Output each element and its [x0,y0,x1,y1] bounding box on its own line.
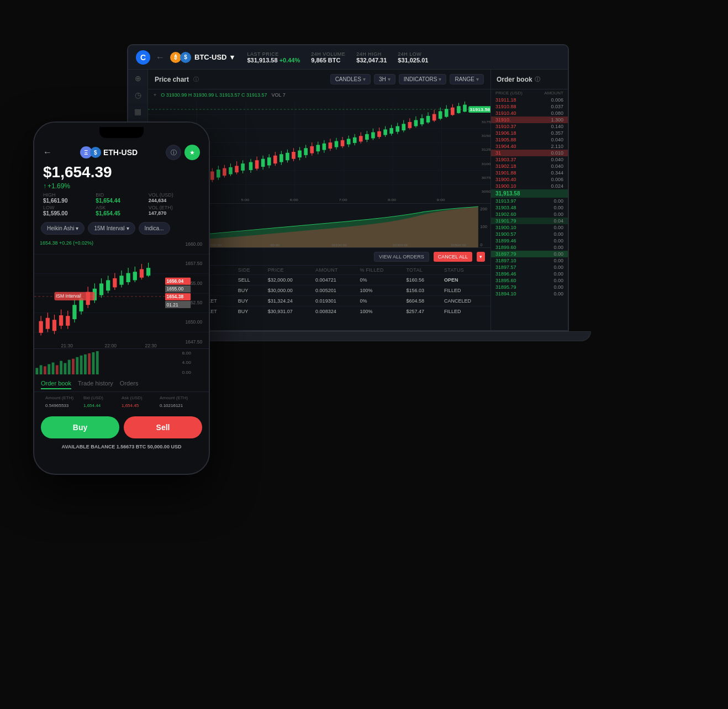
svg-rect-120 [451,108,455,115]
svg-text:32500.00: 32500.00 [451,243,466,247]
svg-text:32300.00: 32300.00 [393,243,408,247]
ob-sell-row: 31910.880.037 [491,103,568,110]
svg-text:100: 100 [480,225,487,229]
phone-info-button[interactable]: ⓘ [166,145,181,160]
phone-chart-label: 1654.38 +0.26 (+0.02%) [40,240,93,246]
orders-actions: VIEW ALL ORDERS CANCEL ALL ▾ [374,252,485,262]
svg-rect-66 [286,153,289,161]
svg-rect-112 [426,116,430,123]
ob-sell-row: 31910.370.140 [491,123,568,130]
svg-text:31750: 31750 [481,120,490,123]
svg-text:200: 200 [480,207,487,211]
phone-stat-high: HIGH $1,661.90 [43,192,94,204]
chart-title: Price chart [155,76,189,83]
svg-text:31000: 31000 [481,162,490,166]
svg-rect-149 [39,321,43,333]
phone-stat-ask: ASK $1,654.45 [96,205,147,216]
ob-sell-row: 31903.370.040 [491,156,568,163]
svg-text:8.00: 8.00 [182,351,191,356]
view-all-orders-button[interactable]: VIEW ALL ORDERS [374,252,429,262]
svg-rect-104 [402,124,405,130]
orders-dropdown-button[interactable]: ▾ [477,252,485,262]
chart-header: Price chart ⓘ CANDLES ▾ 3H ▾ [148,70,490,89]
svg-rect-207 [80,356,83,374]
buy-button[interactable]: Buy [41,416,119,438]
ob-buy-row: 31899.460.00 [491,237,568,244]
candles-button[interactable]: CANDLES ▾ [330,74,371,84]
market-stats: LAST PRICE $31,913.58 +0.44% 24H VOLUME … [247,51,429,64]
svg-rect-88 [353,137,357,143]
svg-text:4.00: 4.00 [182,361,191,365]
high-stat: 24H HIGH $32,047.31 [356,51,387,64]
svg-text:9:00: 9:00 [437,198,445,202]
ob-mid-price: 31,913.58 [491,189,568,198]
clock-icon[interactable]: ◷ [135,91,141,99]
tab-trade-history[interactable]: Trade history [78,378,113,389]
phone-back-button[interactable]: ← [43,147,52,157]
bars-icon[interactable]: ▦ [134,107,141,116]
phone-stat-vol-usd: VOL (USD) 244,634 [149,192,200,204]
ob-sell-row: 31906.180.357 [491,130,568,136]
svg-rect-72 [304,148,308,155]
heikin-ashi-button[interactable]: Heikin Ashi ▾ [41,222,85,235]
phone-price: $1,654.39 [34,162,209,182]
phone-action-buttons: Buy Sell [34,412,209,443]
tab-orders[interactable]: Orders [120,378,139,389]
chart-icon[interactable]: ⊕ [135,74,141,83]
back-button[interactable]: ← [156,52,165,62]
svg-text:32100.00: 32100.00 [331,243,347,247]
svg-rect-58 [261,159,265,167]
interval-chevron: ▾ [126,225,129,231]
indicators-button[interactable]: INDICATORS ▾ [399,74,447,84]
phone-ob-header-row: Amount (ETH) Bid (USD) Ask (USD) Amount … [40,394,203,401]
phone-change-arrow: ↑ [43,182,46,190]
cancel-all-button[interactable]: CANCEL ALL [434,252,472,262]
indicators-phone-button[interactable]: Indica... [139,222,170,235]
svg-rect-203 [64,363,66,374]
svg-rect-159 [72,305,76,319]
svg-text:0: 0 [480,242,482,247]
svg-rect-78 [323,144,326,150]
sell-button[interactable]: Sell [124,416,202,438]
svg-rect-167 [99,283,103,295]
svg-text:5:00: 5:00 [241,198,249,202]
phone-star-button[interactable]: ★ [184,145,200,160]
svg-text:01.21: 01.21 [166,302,178,308]
svg-text:8:00: 8:00 [388,198,396,202]
svg-text:6:00: 6:00 [290,198,298,202]
chart-info-icon[interactable]: ⓘ [193,76,199,83]
svg-text:31250: 31250 [481,148,490,151]
ob-sell-row: 31911.180.006 [491,97,568,103]
svg-rect-68 [292,152,296,159]
ob-sell-row-highlight: 31910.1.300 [491,117,568,123]
svg-rect-106 [408,122,412,128]
ob-buy-row: 31895.790.00 [491,284,568,290]
order-book-title: Order book ⓘ [491,70,568,89]
ob-sell-row: 31902.180.040 [491,163,568,170]
svg-rect-82 [335,141,339,147]
interval-button[interactable]: 15M Interval ▾ [88,222,135,235]
phone-tabs: Order book Trade history Orders [34,376,209,392]
svg-rect-48 [229,167,233,174]
svg-rect-192 [146,268,150,276]
ob-sell-row: 31901.880.344 [491,170,568,176]
ob-sell-row: 31905.880.040 [491,136,568,143]
svg-text:21:30: 21:30 [61,343,73,348]
svg-rect-110 [420,118,424,124]
svg-rect-190 [140,269,144,277]
svg-rect-46 [223,168,226,176]
ob-buy-row: 31903.480.00 [491,204,568,211]
btc-icon: ₿ [170,52,181,63]
tab-order-book[interactable]: Order book [41,378,71,389]
svg-rect-64 [279,154,283,162]
svg-text:1660.00: 1660.00 [185,241,202,247]
ob-sell-row: 31900.100.024 [491,183,568,189]
svg-rect-118 [445,109,449,117]
svg-rect-157 [66,316,70,326]
ob-buy-row: 31895.600.00 [491,277,568,284]
ob-buy-row: 31900.100.00 [491,224,568,231]
ohlc-bar: + O 31930.99 H 31930.99 L 31913.57 C 319… [148,89,490,100]
range-button[interactable]: RANGE ▾ [450,74,484,84]
interval-button[interactable]: 3H ▾ [374,74,395,84]
pair-selector[interactable]: ₿ $ BTC-USD ▾ [170,52,234,63]
